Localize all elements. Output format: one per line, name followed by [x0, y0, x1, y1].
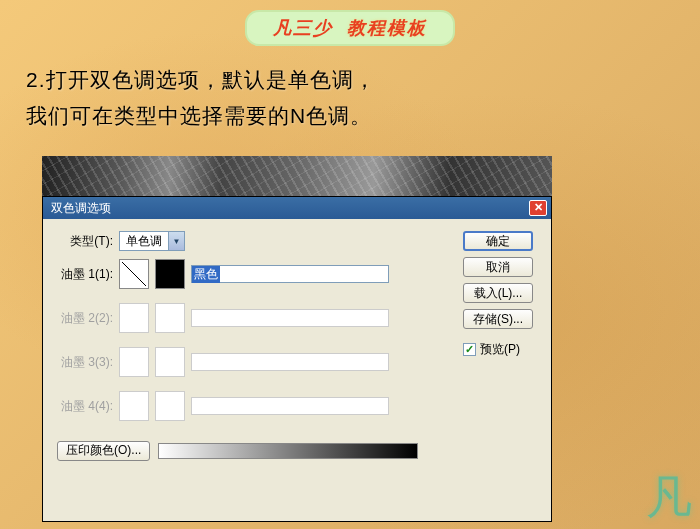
- type-label: 类型(T):: [57, 233, 113, 250]
- ink3-color: [155, 347, 185, 377]
- tutorial-banner: 凡三少 教程模板: [245, 10, 455, 46]
- type-select[interactable]: 单色调 ▼: [119, 231, 185, 251]
- dialog-titlebar[interactable]: 双色调选项 ✕: [43, 197, 551, 219]
- ink1-name-input[interactable]: 黑色: [191, 265, 389, 283]
- ink2-color: [155, 303, 185, 333]
- ink2-label: 油墨 2(2):: [57, 310, 113, 327]
- save-button[interactable]: 存储(S)...: [463, 309, 533, 329]
- load-button[interactable]: 载入(L)...: [463, 283, 533, 303]
- close-icon[interactable]: ✕: [529, 200, 547, 216]
- ink2-curve: [119, 303, 149, 333]
- ink4-curve: [119, 391, 149, 421]
- ink3-curve: [119, 347, 149, 377]
- gradient-preview: [158, 443, 418, 459]
- dialog-title: 双色调选项: [51, 200, 111, 217]
- ink3-name-input: [191, 353, 389, 371]
- preview-checkbox[interactable]: ✓: [463, 343, 476, 356]
- cancel-button[interactable]: 取消: [463, 257, 533, 277]
- ink4-color: [155, 391, 185, 421]
- screenshot-area: 双色调选项 ✕ 类型(T): 单色调 ▼ 油墨 1(1): 黑色: [42, 156, 552, 522]
- duotone-dialog: 双色调选项 ✕ 类型(T): 单色调 ▼ 油墨 1(1): 黑色: [42, 196, 552, 522]
- instruction-text: 2.打开双色调选项，默认是单色调， 我们可在类型中选择需要的N色调。: [26, 62, 376, 133]
- ink1-curve[interactable]: [119, 259, 149, 289]
- ink1-color[interactable]: [155, 259, 185, 289]
- ink3-label: 油墨 3(3):: [57, 354, 113, 371]
- ink4-name-input: [191, 397, 389, 415]
- ok-button[interactable]: 确定: [463, 231, 533, 251]
- preview-label: 预览(P): [480, 341, 520, 358]
- overprint-button[interactable]: 压印颜色(O)...: [57, 441, 150, 461]
- background-photo: [42, 156, 552, 196]
- chevron-down-icon[interactable]: ▼: [168, 232, 184, 250]
- ink4-label: 油墨 4(4):: [57, 398, 113, 415]
- ink2-name-input: [191, 309, 389, 327]
- ink1-label: 油墨 1(1):: [57, 266, 113, 283]
